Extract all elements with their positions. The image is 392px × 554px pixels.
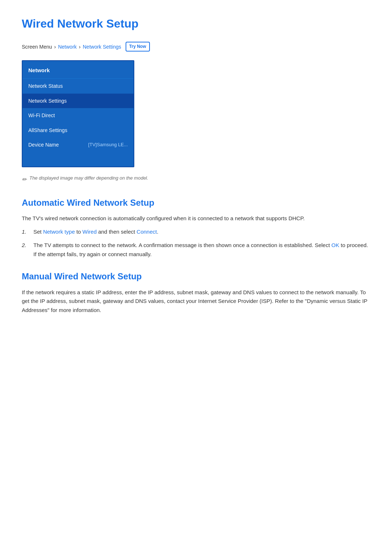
highlight-wired: Wired [82, 229, 97, 235]
menu-item-allshare: AllShare Settings [23, 123, 134, 138]
menu-item-wifi-direct: Wi-Fi Direct [23, 108, 134, 123]
menu-item-label: Network Settings [28, 97, 67, 105]
menu-item-label: Device Name [28, 141, 59, 149]
menu-header: Network [23, 61, 134, 79]
breadcrumb-network[interactable]: Network [58, 43, 77, 51]
highlight-connect: Connect [136, 229, 157, 235]
list-item: 1. Set Network type to Wired and then se… [22, 227, 370, 237]
highlight-ok: OK [331, 242, 339, 248]
menu-item-label: Network Status [28, 82, 63, 90]
section-body-manual: If the network requires a static IP addr… [22, 288, 370, 315]
note-icon: ✏ [22, 175, 26, 184]
step-text: Set Network type to Wired and then selec… [33, 227, 158, 237]
step-number: 1. [22, 227, 29, 237]
menu-item-device-name: Device Name [TV]Samsung LE... [23, 138, 134, 152]
menu-item-label: AllShare Settings [28, 126, 67, 134]
section-title-automatic: Automatic Wired Network Setup [22, 196, 370, 210]
breadcrumb-network-settings[interactable]: Network Settings [83, 43, 121, 51]
list-item: 2. The TV attempts to connect to the net… [22, 241, 370, 259]
breadcrumb: Screen Menu › Network › Network Settings… [22, 42, 370, 52]
menu-item-device-value: [TV]Samsung LE... [88, 141, 128, 149]
breadcrumb-separator-2: › [79, 43, 81, 51]
menu-item-network-settings: Network Settings [23, 94, 134, 108]
section-body-automatic: The TV's wired network connection is aut… [22, 214, 370, 223]
note-row: ✏ The displayed image may differ dependi… [22, 175, 370, 184]
breadcrumb-screen-menu: Screen Menu [22, 43, 52, 51]
try-now-badge[interactable]: Try Now [126, 42, 150, 52]
section-title-manual: Manual Wired Network Setup [22, 270, 370, 283]
page-title: Wired Network Setup [22, 15, 370, 33]
automatic-steps-list: 1. Set Network type to Wired and then se… [22, 227, 370, 259]
menu-item-label: Wi-Fi Direct [28, 111, 55, 119]
highlight-network-type: Network type [43, 229, 75, 235]
menu-screenshot: Network Network Status Network Settings … [22, 60, 134, 167]
step-number: 2. [22, 241, 29, 259]
menu-item-network-status: Network Status [23, 79, 134, 93]
breadcrumb-separator-1: › [54, 43, 56, 51]
note-text: The displayed image may differ depending… [29, 175, 148, 182]
menu-spacer [23, 152, 134, 167]
step-text: The TV attempts to connect to the networ… [33, 241, 370, 259]
